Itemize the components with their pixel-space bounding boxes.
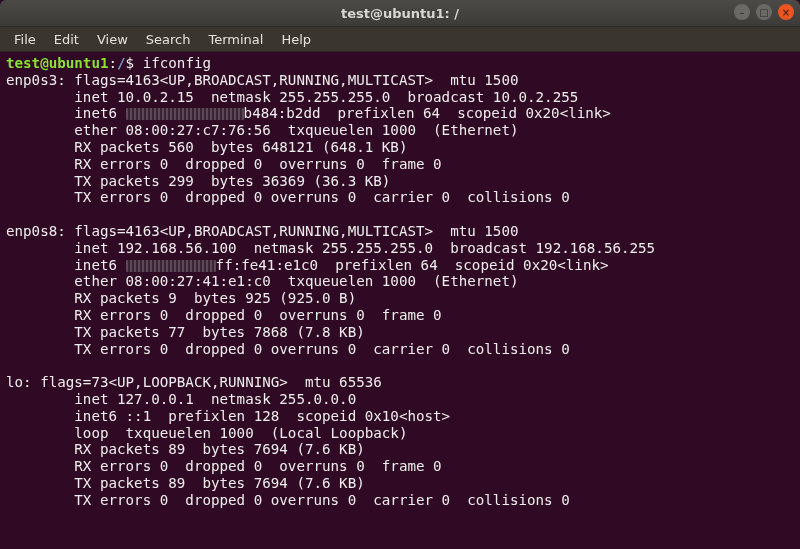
menubar: File Edit View Search Terminal Help bbox=[0, 27, 800, 52]
ifconfig-enp0s8-inet6-prefix: inet6 bbox=[6, 257, 126, 273]
terminal-window: test@ubuntu1: / – □ × File Edit View Sea… bbox=[0, 0, 800, 549]
ifconfig-lo-rx-packets: RX packets 89 bytes 7694 (7.6 KB) bbox=[6, 441, 365, 457]
menu-edit[interactable]: Edit bbox=[46, 30, 87, 49]
ifconfig-enp0s3-inet: inet 10.0.2.15 netmask 255.255.255.0 bro… bbox=[6, 89, 578, 105]
ifconfig-enp0s3-inet6-suffix: b484:b2dd prefixlen 64 scopeid 0x20<link… bbox=[244, 105, 611, 121]
ifconfig-lo-inet: inet 127.0.0.1 netmask 255.0.0.0 bbox=[6, 391, 356, 407]
ifconfig-lo-rx-errors: RX errors 0 dropped 0 overruns 0 frame 0 bbox=[6, 458, 442, 474]
ifconfig-enp0s8-inet6-suffix: ff:fe41:e1c0 prefixlen 64 scopeid 0x20<l… bbox=[216, 257, 609, 273]
prompt-path: / bbox=[117, 55, 126, 71]
menu-file[interactable]: File bbox=[6, 30, 44, 49]
window-title: test@ubuntu1: / bbox=[0, 6, 800, 21]
terminal-body[interactable]: test@ubuntu1:/$ ifconfig enp0s3: flags=4… bbox=[0, 52, 800, 549]
menu-terminal[interactable]: Terminal bbox=[200, 30, 271, 49]
menu-search[interactable]: Search bbox=[138, 30, 199, 49]
ifconfig-enp0s8-ether: ether 08:00:27:41:e1:c0 txqueuelen 1000 … bbox=[6, 273, 519, 289]
menu-help[interactable]: Help bbox=[273, 30, 319, 49]
ifconfig-enp0s8-tx-packets: TX packets 77 bytes 7868 (7.8 KB) bbox=[6, 324, 365, 340]
ifconfig-lo-loop: loop txqueuelen 1000 (Local Loopback) bbox=[6, 425, 407, 441]
close-button[interactable]: × bbox=[778, 4, 794, 20]
titlebar[interactable]: test@ubuntu1: / – □ × bbox=[0, 0, 800, 27]
ifconfig-enp0s8-inet: inet 192.168.56.100 netmask 255.255.255.… bbox=[6, 240, 655, 256]
prompt-userhost: test@ubuntu1 bbox=[6, 55, 109, 71]
maximize-button[interactable]: □ bbox=[756, 4, 772, 20]
redacted-inet6-enp0s8 bbox=[126, 260, 216, 272]
command-text: ifconfig bbox=[143, 55, 211, 71]
redacted-inet6-enp0s3 bbox=[126, 108, 244, 120]
prompt-dollar: $ bbox=[126, 55, 135, 71]
menu-view[interactable]: View bbox=[89, 30, 136, 49]
minimize-button[interactable]: – bbox=[734, 4, 750, 20]
ifconfig-enp0s3-rx-errors: RX errors 0 dropped 0 overruns 0 frame 0 bbox=[6, 156, 442, 172]
ifconfig-enp0s3-ether: ether 08:00:27:c7:76:56 txqueuelen 1000 … bbox=[6, 122, 519, 138]
ifconfig-enp0s8-flags: enp0s8: flags=4163<UP,BROADCAST,RUNNING,… bbox=[6, 223, 519, 239]
ifconfig-lo-tx-errors: TX errors 0 dropped 0 overruns 0 carrier… bbox=[6, 492, 570, 508]
ifconfig-enp0s3-flags: enp0s3: flags=4163<UP,BROADCAST,RUNNING,… bbox=[6, 72, 519, 88]
ifconfig-lo-flags: lo: flags=73<UP,LOOPBACK,RUNNING> mtu 65… bbox=[6, 374, 382, 390]
ifconfig-enp0s8-rx-packets: RX packets 9 bytes 925 (925.0 B) bbox=[6, 290, 356, 306]
ifconfig-lo-inet6: inet6 ::1 prefixlen 128 scopeid 0x10<hos… bbox=[6, 408, 450, 424]
ifconfig-enp0s3-tx-errors: TX errors 0 dropped 0 overruns 0 carrier… bbox=[6, 189, 570, 205]
prompt-sep: : bbox=[109, 55, 118, 71]
ifconfig-enp0s8-tx-errors: TX errors 0 dropped 0 overruns 0 carrier… bbox=[6, 341, 570, 357]
window-controls: – □ × bbox=[734, 4, 794, 20]
prompt-space bbox=[134, 55, 143, 71]
ifconfig-enp0s3-inet6-prefix: inet6 bbox=[6, 105, 126, 121]
ifconfig-lo-tx-packets: TX packets 89 bytes 7694 (7.6 KB) bbox=[6, 475, 365, 491]
ifconfig-enp0s8-rx-errors: RX errors 0 dropped 0 overruns 0 frame 0 bbox=[6, 307, 442, 323]
ifconfig-enp0s3-rx-packets: RX packets 560 bytes 648121 (648.1 KB) bbox=[6, 139, 407, 155]
ifconfig-enp0s3-tx-packets: TX packets 299 bytes 36369 (36.3 KB) bbox=[6, 173, 390, 189]
